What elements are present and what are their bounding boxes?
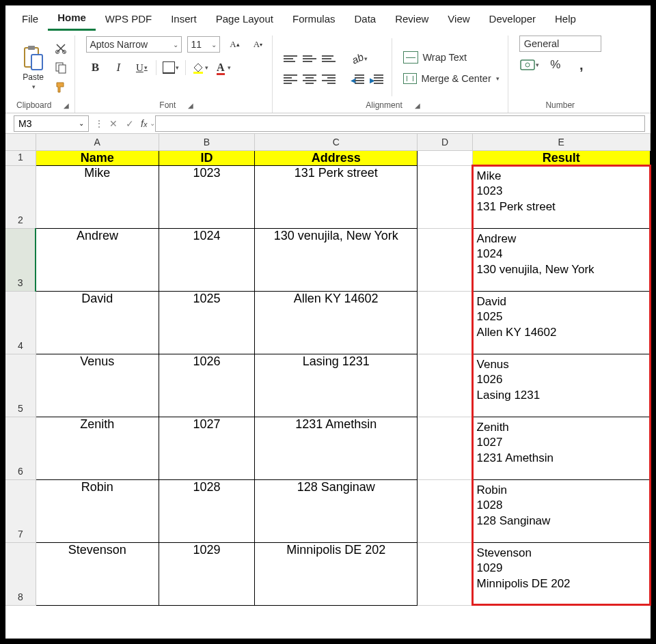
cell[interactable]: 1028 bbox=[159, 479, 254, 542]
cell[interactable] bbox=[418, 165, 472, 228]
header-address[interactable]: Address bbox=[255, 150, 418, 165]
header-id[interactable]: ID bbox=[159, 150, 254, 165]
cancel-formula-button[interactable]: ✕ bbox=[105, 118, 122, 129]
menu-wps-pdf[interactable]: WPS PDF bbox=[96, 8, 161, 30]
cell[interactable] bbox=[418, 417, 472, 479]
increase-indent-button[interactable]: ▶ bbox=[370, 73, 383, 85]
cell[interactable]: Andrew bbox=[36, 228, 159, 291]
menu-data[interactable]: Data bbox=[344, 8, 385, 30]
col-header-D[interactable]: D bbox=[418, 134, 472, 150]
number-format-combo[interactable]: General bbox=[519, 36, 601, 52]
row-header[interactable]: 7 bbox=[5, 479, 36, 542]
cell[interactable]: Mike bbox=[36, 165, 159, 228]
result-cell[interactable]: Zenith10271231 Amethsin bbox=[472, 417, 650, 479]
cell[interactable]: 1029 bbox=[159, 542, 254, 605]
cell[interactable]: Venus bbox=[36, 354, 159, 417]
cell[interactable]: 1025 bbox=[159, 291, 254, 354]
decrease-font-button[interactable]: A▾ bbox=[249, 36, 266, 53]
menu-page-layout[interactable]: Page Layout bbox=[206, 8, 283, 30]
formula-input[interactable] bbox=[155, 115, 645, 132]
font-size-combo[interactable]: 11⌄ bbox=[187, 36, 220, 53]
col-header-E[interactable]: E bbox=[472, 134, 650, 150]
cell[interactable]: Allen KY 14602 bbox=[255, 291, 418, 354]
header-result[interactable]: Result bbox=[472, 150, 650, 165]
increase-font-button[interactable]: A▴ bbox=[226, 36, 243, 53]
name-box[interactable]: M3 ⌄ bbox=[14, 115, 89, 132]
align-right-button[interactable] bbox=[322, 74, 336, 84]
format-painter-button[interactable] bbox=[53, 79, 68, 94]
align-center-button[interactable] bbox=[303, 74, 316, 84]
cell[interactable] bbox=[418, 479, 472, 542]
worksheet[interactable]: ABCDE 1 Name ID Address Result 2Mike1023… bbox=[5, 134, 651, 606]
copy-button[interactable] bbox=[53, 60, 68, 75]
cell[interactable]: 131 Perk street bbox=[255, 165, 418, 228]
percent-format-button[interactable]: % bbox=[545, 57, 566, 72]
cell[interactable]: 1027 bbox=[159, 417, 254, 479]
result-cell[interactable]: Venus1026Lasing 1231 bbox=[472, 354, 650, 417]
cell[interactable]: 1024 bbox=[159, 228, 254, 291]
underline-button[interactable]: U▾ bbox=[133, 59, 150, 76]
cell[interactable] bbox=[418, 542, 472, 605]
align-left-button[interactable] bbox=[284, 74, 297, 84]
cell[interactable] bbox=[418, 150, 472, 165]
fill-color-button[interactable]: ▾ bbox=[191, 59, 209, 76]
fx-icon[interactable]: fx bbox=[138, 118, 150, 129]
select-all-corner[interactable] bbox=[5, 134, 36, 150]
align-middle-button[interactable] bbox=[303, 55, 316, 62]
orientation-button[interactable]: ab▾ bbox=[351, 50, 368, 68]
cell[interactable] bbox=[418, 228, 472, 291]
row-header[interactable]: 4 bbox=[5, 291, 36, 354]
menu-developer[interactable]: Developer bbox=[480, 8, 545, 30]
cell[interactable]: 130 venujila, New York bbox=[255, 228, 418, 291]
cell[interactable]: Zenith bbox=[36, 417, 159, 479]
row-header[interactable]: 1 bbox=[5, 150, 36, 165]
cell[interactable]: David bbox=[36, 291, 159, 354]
cell[interactable] bbox=[418, 354, 472, 417]
wrap-text-button[interactable]: Wrap Text bbox=[400, 50, 502, 65]
result-cell[interactable]: Stevenson1029Minnipolis DE 202 bbox=[472, 542, 650, 605]
cell[interactable]: Robin bbox=[36, 479, 159, 542]
accounting-format-button[interactable]: ▾ bbox=[519, 57, 540, 72]
paste-button[interactable]: Paste ▾ bbox=[18, 44, 49, 92]
enter-formula-button[interactable]: ✓ bbox=[122, 118, 138, 129]
col-header-A[interactable]: A bbox=[36, 134, 159, 150]
align-top-button[interactable] bbox=[284, 55, 297, 62]
row-header[interactable]: 2 bbox=[5, 165, 36, 228]
cell[interactable]: Minnipolis DE 202 bbox=[255, 542, 418, 605]
row-header[interactable]: 6 bbox=[5, 417, 36, 479]
row-header[interactable]: 3 bbox=[5, 228, 36, 291]
row-header[interactable]: 8 bbox=[5, 542, 36, 605]
cell[interactable]: 1026 bbox=[159, 354, 254, 417]
result-cell[interactable]: Mike1023131 Perk street bbox=[472, 165, 650, 228]
cell[interactable]: Lasing 1231 bbox=[255, 354, 418, 417]
menu-file[interactable]: File bbox=[12, 8, 48, 30]
dialog-launcher-icon[interactable]: ◢ bbox=[64, 102, 69, 109]
menu-review[interactable]: Review bbox=[385, 8, 438, 30]
bold-button[interactable]: B bbox=[86, 59, 104, 76]
cut-button[interactable] bbox=[53, 41, 68, 56]
italic-button[interactable]: I bbox=[109, 59, 127, 76]
cell[interactable]: 1023 bbox=[159, 165, 254, 228]
comma-format-button[interactable]: , bbox=[571, 57, 592, 72]
merge-center-button[interactable]: Merge & Center▾ bbox=[400, 72, 502, 85]
result-cell[interactable]: Andrew1024130 venujila, New York bbox=[472, 228, 650, 291]
cell[interactable]: 1231 Amethsin bbox=[255, 417, 418, 479]
menu-insert[interactable]: Insert bbox=[161, 8, 206, 30]
menu-formulas[interactable]: Formulas bbox=[283, 8, 345, 30]
menu-help[interactable]: Help bbox=[545, 8, 586, 30]
result-cell[interactable]: Robin1028128 Sanginaw bbox=[472, 479, 650, 542]
dialog-launcher-icon[interactable]: ◢ bbox=[415, 102, 420, 109]
align-bottom-button[interactable] bbox=[322, 55, 336, 62]
dialog-launcher-icon[interactable]: ◢ bbox=[188, 102, 193, 109]
header-name[interactable]: Name bbox=[36, 150, 159, 165]
row-header[interactable]: 5 bbox=[5, 354, 36, 417]
col-header-B[interactable]: B bbox=[159, 134, 254, 150]
decrease-indent-button[interactable]: ◀ bbox=[351, 73, 364, 85]
borders-button[interactable]: ▾ bbox=[162, 59, 180, 76]
font-name-combo[interactable]: Aptos Narrow⌄ bbox=[86, 36, 182, 53]
font-color-button[interactable]: A▾ bbox=[215, 59, 232, 76]
menu-view[interactable]: View bbox=[438, 8, 479, 30]
cell[interactable]: 128 Sanginaw bbox=[255, 479, 418, 542]
col-header-C[interactable]: C bbox=[255, 134, 418, 150]
cell[interactable] bbox=[418, 291, 472, 354]
